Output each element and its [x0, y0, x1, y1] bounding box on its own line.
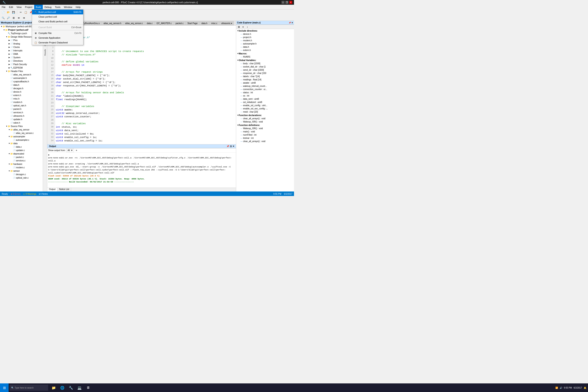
clean-item[interactable]: Clean perfect-cell: [32, 14, 83, 19]
code-explorer-item[interactable]: —enable_ssl_sec_config :...: [236, 107, 294, 110]
tree-item[interactable]: 📄autosampler.c: [0, 138, 43, 142]
code-line[interactable]: char socket_dial_str[100] = {'\0'};: [56, 77, 235, 80]
code-explorer-item[interactable]: —ss : int: [236, 94, 294, 97]
tree-item[interactable]: 📄autosampler.h: [0, 76, 43, 80]
tree-item[interactable]: ▼📁hardware: [0, 162, 43, 166]
code-explorer-item[interactable]: —response_str : char [150: [236, 72, 294, 75]
tree-item[interactable]: ▼📁sensor: [0, 169, 43, 172]
tree-item[interactable]: 📄ultrasonic.h: [0, 114, 43, 118]
tree-item[interactable]: ▼📁Source Files: [0, 124, 43, 128]
tree-item[interactable]: 📄decagon.h: [0, 86, 43, 90]
tree-item[interactable]: 📄atlas_wq_sensor.c: [0, 131, 43, 135]
code-explorer-item[interactable]: —status : int: [236, 91, 294, 94]
tree-item[interactable]: 📄valve.h: [0, 121, 43, 124]
prev-button[interactable]: ⬅: [16, 16, 21, 20]
tree-item[interactable]: 📄services.c: [0, 159, 43, 162]
code-explorer-item[interactable]: —Wakeup_ISR() : void: [236, 120, 294, 123]
next-button[interactable]: ➡: [22, 16, 26, 20]
tree-item[interactable]: 📄modem.h: [0, 100, 43, 104]
code-explorer-item[interactable]: —numFilled : int: [236, 133, 294, 136]
code-explorer-item[interactable]: —extern.h: [236, 48, 294, 52]
tree-item[interactable]: 📄device.h: [0, 90, 43, 94]
tree-item[interactable]: 📄data.c: [0, 145, 43, 148]
save-button[interactable]: 💾: [11, 10, 16, 14]
menu-window[interactable]: Window: [62, 5, 74, 9]
generate-datasheet-item[interactable]: 📋 Generate Project Datasheet: [32, 40, 83, 45]
code-explorer-item[interactable]: —autosampler.h: [236, 42, 294, 45]
code-line[interactable]: char send_str[MAX_PACKET_LENGTH] = {'\0'…: [56, 80, 235, 84]
open-button[interactable]: 📂: [6, 10, 11, 14]
code-line[interactable]: uint8 enable_ssl_config = 1u;: [56, 136, 235, 139]
explorer-sort-icon[interactable]: ↕: [246, 25, 249, 28]
tree-item[interactable]: 📄data.h: [0, 83, 43, 86]
code-explorer-item[interactable]: —meid : char [20]: [236, 110, 294, 114]
code-explorer-item[interactable]: —data.h: [236, 45, 294, 48]
menu-file[interactable]: File: [0, 5, 7, 9]
editor-tab[interactable]: atlas_wq_sensor.h: [102, 21, 123, 25]
explorer-btn-2[interactable]: ≡: [241, 25, 245, 28]
build-perfect-cell-item[interactable]: 🔨 Build perfect-cell Shift+F6: [32, 10, 83, 14]
copy-button[interactable]: 📋: [24, 10, 28, 14]
code-line[interactable]: [56, 56, 235, 60]
code-line[interactable]: // define global variables: [56, 60, 235, 64]
code-explorer-item[interactable]: —project.h: [236, 36, 294, 39]
output-float-icon[interactable]: ⊡: [230, 145, 232, 148]
code-explorer-tree[interactable]: ▼ Include directives:—device.h—project.h…: [236, 29, 294, 192]
window-controls[interactable]: ─ ❐ ✕: [282, 1, 292, 4]
code-line[interactable]: // Arrays for holding sensor data and la…: [56, 91, 235, 94]
code-line[interactable]: // Arrays for request strings: [56, 70, 235, 74]
find-button[interactable]: ⊞: [11, 16, 16, 20]
output-pin-icon[interactable]: 📌: [226, 145, 229, 148]
cut-button[interactable]: ✂: [18, 10, 23, 14]
tree-item[interactable]: 📄optical_rain.c: [0, 176, 43, 180]
menu-tools[interactable]: Tools: [53, 5, 62, 9]
menu-edit[interactable]: Edit: [7, 5, 15, 9]
editor-tab[interactable]: CyBootAsmGnu.s: [80, 21, 102, 25]
editor-tab[interactable]: data.h: [200, 21, 209, 25]
code-line[interactable]: [56, 118, 235, 122]
code-line[interactable]: uint8 enable_ssl_sec_config = 1u;: [56, 139, 235, 142]
tree-item[interactable]: ▶📄Clocks: [0, 45, 43, 49]
code-line[interactable]: // Sleeptimer variables: [56, 105, 235, 108]
code-line[interactable]: uint32 wakeup_interval_counter;: [56, 112, 235, 115]
editor-tab[interactable]: atlas_wq_sensor.c: [123, 21, 145, 25]
tree-item[interactable]: 📄optical_rain.h: [0, 104, 43, 107]
editor-tab[interactable]: I2C_MASTER.c: [154, 21, 174, 25]
new-button[interactable]: 📄: [1, 10, 6, 14]
code-explorer-item[interactable]: —enable_ssl_config : uint...: [236, 104, 294, 107]
code-explorer-item[interactable]: —clear_all_arrays() : void: [236, 117, 294, 120]
code-explorer-item[interactable]: —data_sent : uint8: [236, 97, 294, 100]
tree-item[interactable]: 📄misc.h: [0, 97, 43, 100]
editor-tab[interactable]: ultrasonic.▾: [219, 21, 234, 25]
code-explorer-item[interactable]: —Wakeup_ISR() : void: [236, 127, 294, 130]
code-explorer-item[interactable]: —awake : uint8: [236, 81, 294, 84]
code-line[interactable]: char *labels[NVARS];: [56, 94, 235, 98]
tree-item[interactable]: 📄atlas_wq_sensor.h: [0, 73, 43, 76]
tree-item[interactable]: 📄cyapicallbacks.h: [0, 80, 43, 83]
tree-item[interactable]: ▶📄Flash Security: [0, 62, 43, 66]
close-button[interactable]: ✕: [289, 1, 292, 4]
code-explorer-item[interactable]: —device.h: [236, 32, 294, 36]
code-explorer-item[interactable]: —send_str : char [1500]: [236, 68, 294, 72]
explorer-btn-1[interactable]: ⊞: [237, 25, 240, 28]
output-close-icon[interactable]: ✕: [232, 145, 234, 148]
clean-build-item[interactable]: Clean and Build perfect-cell: [32, 19, 83, 24]
notice-list-tab[interactable]: Notice List: [58, 188, 71, 192]
workspace-tree[interactable]: ▼📁Workspace 'perfect-cell-000'▼📁Project …: [0, 25, 43, 192]
code-explorer-item[interactable]: —modem.h: [236, 39, 294, 42]
code-line[interactable]: // Misc variables: [56, 122, 235, 125]
explorer-close-icon[interactable]: ✕: [292, 22, 293, 24]
zoom-in-button[interactable]: 🔍: [1, 16, 6, 20]
code-line[interactable]: [56, 46, 235, 50]
editor-tab[interactable]: packet.c: [174, 21, 186, 25]
output-filter-dropdown[interactable]: All ▼: [66, 149, 74, 152]
tree-item[interactable]: ▶📄Directives: [0, 59, 43, 62]
tree-item[interactable]: 📄decagon.c: [0, 172, 43, 176]
code-line[interactable]: [56, 88, 235, 91]
tree-item[interactable]: ▶🔧EEPROM: [0, 66, 43, 70]
code-line[interactable]: char body[MAX_PACKET_LENGTH] = {'\0'};: [56, 74, 235, 77]
tree-item[interactable]: ▼📁autosampler: [0, 135, 43, 138]
results-tab[interactable]: Results: [43, 48, 47, 57]
code-explorer-item[interactable]: —socket_dial_str : char [1: [236, 65, 294, 68]
menu-build[interactable]: Build: [34, 5, 43, 9]
